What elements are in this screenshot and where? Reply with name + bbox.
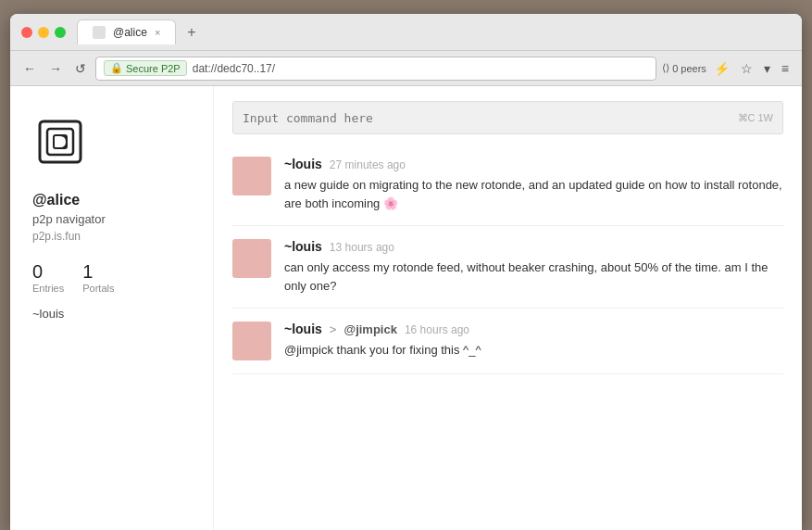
site-logo (32, 114, 88, 170)
forward-button[interactable]: → (45, 57, 66, 80)
post-text: can only access my rotonde feed, without… (284, 259, 783, 295)
command-bar[interactable]: ⌘C 1W (232, 101, 783, 134)
post-arrow: > (330, 322, 337, 336)
avatar (232, 322, 271, 360)
following-user[interactable]: ~louis (32, 307, 64, 321)
svg-rect-2 (47, 129, 73, 155)
tab-close-button[interactable]: × (155, 27, 160, 38)
sidebar: @alice p2p navigator p2p.is.fun 0 Entrie… (10, 86, 214, 530)
new-tab-button[interactable]: + (180, 22, 203, 43)
portals-label: Portals (82, 283, 114, 294)
stats: 0 Entries 1 Portals (32, 261, 191, 294)
back-button[interactable]: ← (19, 57, 40, 80)
minimize-button[interactable] (38, 27, 49, 38)
reload-button[interactable]: ↺ (71, 57, 90, 80)
post-author: ~louis (284, 239, 322, 254)
post-item: ~louis 27 minutes ago a new guide on mig… (232, 144, 783, 226)
website: p2p.is.fun (32, 230, 191, 243)
dropdown-button[interactable]: ▾ (760, 57, 774, 80)
post-time: 13 hours ago (330, 241, 394, 254)
tabs-area: @alice × + (77, 19, 791, 44)
portals-count: 1 (82, 261, 114, 283)
post-body: ~louis 27 minutes ago a new guide on mig… (284, 157, 783, 212)
post-author: ~louis (284, 322, 322, 336)
address-text: dat://dedc70..17/ (193, 62, 275, 75)
main-feed: ⌘C 1W ~louis 27 minutes ago a new guide … (214, 86, 802, 530)
tagline: p2p navigator (32, 212, 191, 226)
tab-favicon (93, 26, 106, 39)
post-text: @jimpick thank you for fixing this ^_^ (284, 341, 783, 360)
feed-posts: ~louis 27 minutes ago a new guide on mig… (214, 144, 802, 374)
tab-title: @alice (113, 26, 147, 39)
logo-container (32, 114, 191, 173)
post-body: ~louis 13 hours ago can only access my r… (284, 239, 783, 295)
nav-bar: ← → ↺ 🔒 Secure P2P dat://dedc70..17/ ⟨⟩ … (10, 51, 802, 86)
command-input[interactable] (243, 111, 738, 125)
nav-actions: ⟨⟩ 0 peers ⚡ ☆ ▾ ≡ (662, 57, 793, 80)
post-author: ~louis (284, 157, 322, 171)
traffic-lights (21, 27, 66, 38)
address-bar[interactable]: 🔒 Secure P2P dat://dedc70..17/ (95, 57, 656, 81)
title-bar: @alice × + (10, 14, 802, 51)
post-header: ~louis > @jimpick 16 hours ago (284, 322, 783, 336)
entries-label: Entries (32, 283, 64, 294)
post-time: 27 minutes ago (330, 158, 406, 171)
post-header: ~louis 27 minutes ago (284, 157, 783, 171)
portals-stat: 1 Portals (82, 261, 114, 294)
svg-rect-1 (40, 121, 81, 162)
avatar (232, 239, 271, 278)
browser-window: @alice × + ← → ↺ 🔒 Secure P2P dat://dedc… (10, 14, 802, 530)
lightning-button[interactable]: ⚡ (710, 57, 733, 80)
active-tab[interactable]: @alice × (77, 19, 176, 44)
secure-label: Secure P2P (126, 63, 181, 74)
post-header: ~louis 13 hours ago (284, 239, 783, 254)
peers-icon: ⟨⟩ (662, 62, 669, 74)
entries-stat: 0 Entries (32, 261, 64, 294)
page-content: @alice p2p navigator p2p.is.fun 0 Entrie… (10, 86, 802, 530)
username: @alice (32, 192, 191, 208)
maximize-button[interactable] (55, 27, 66, 38)
peers-badge: ⟨⟩ 0 peers (662, 62, 706, 74)
command-shortcuts: ⌘C 1W (738, 112, 774, 124)
post-body: ~louis > @jimpick 16 hours ago @jimpick … (284, 322, 783, 360)
post-item: ~louis 13 hours ago can only access my r… (232, 226, 783, 309)
following-section: ~louis (32, 305, 191, 322)
secure-icon: 🔒 (110, 62, 123, 74)
svg-rect-0 (93, 26, 106, 39)
peers-count: 0 peers (672, 63, 706, 74)
close-button[interactable] (21, 27, 32, 38)
secure-badge: 🔒 Secure P2P (104, 60, 187, 76)
post-item: ~louis > @jimpick 16 hours ago @jimpick … (232, 309, 783, 374)
post-time: 16 hours ago (405, 323, 469, 336)
entries-count: 0 (32, 261, 64, 283)
menu-button[interactable]: ≡ (778, 57, 793, 80)
avatar (232, 157, 271, 196)
post-mention: @jimpick (344, 322, 396, 336)
post-text: a new guide on migrating to the new roto… (284, 176, 783, 212)
bookmark-button[interactable]: ☆ (737, 57, 756, 80)
